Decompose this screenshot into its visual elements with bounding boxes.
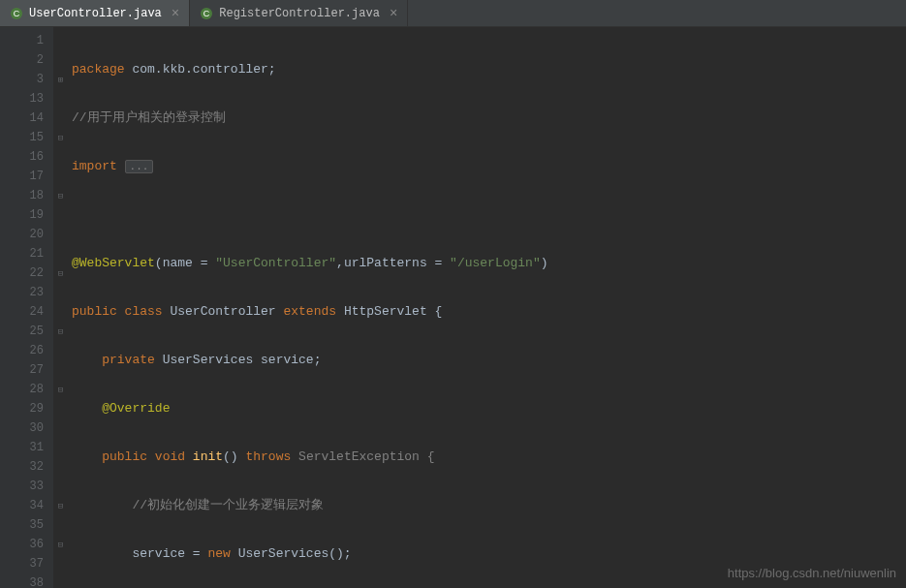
line-number: 36 <box>0 535 53 554</box>
fold-toggle-icon[interactable]: ⊟ <box>53 496 68 515</box>
line-number: 13 <box>0 89 53 108</box>
line-number: 21 <box>0 244 53 263</box>
fold-gutter: ⊞ ⊟ ⊟ ⊟ ⊟ ⊟ ⊟ ⊟ <box>53 27 68 588</box>
line-number: 33 <box>0 477 53 496</box>
line-number: 35 <box>0 515 53 535</box>
line-number: 24 <box>0 302 53 322</box>
editor-tabs: C UserController.java × C RegisterContro… <box>0 0 906 27</box>
line-number: 1 <box>0 31 53 50</box>
line-number: 20 <box>0 225 53 244</box>
fold-toggle-icon[interactable]: ⊟ <box>53 186 68 205</box>
java-class-icon: C <box>200 7 213 20</box>
fold-toggle-icon[interactable]: ⊟ <box>53 263 68 283</box>
line-number: 26 <box>0 341 53 360</box>
watermark-text: https://blog.csdn.net/niuwenlin <box>728 566 896 580</box>
line-number: 23 <box>0 283 53 302</box>
line-number: 18 <box>0 186 53 205</box>
tab-label: UserController.java <box>29 7 162 20</box>
line-number: 30 <box>0 418 53 438</box>
line-number: 14 <box>0 108 53 128</box>
line-number: 19 <box>0 205 53 225</box>
line-number-gutter: 1 2 3 13 14 15 16 17 18 19 20 21 22 23 2… <box>0 27 53 588</box>
line-number: 22 <box>0 263 53 283</box>
line-number: 17 <box>0 167 53 186</box>
tab-label: RegisterController.java <box>219 7 380 20</box>
line-number: 34 <box>0 496 53 515</box>
tab-registercontroller[interactable]: C RegisterController.java × <box>190 0 408 26</box>
fold-toggle-icon[interactable]: ⊟ <box>53 380 68 399</box>
svg-text:C: C <box>203 9 210 18</box>
svg-text:C: C <box>14 9 20 18</box>
line-number: 28 <box>0 380 53 399</box>
fold-toggle-icon[interactable]: ⊟ <box>53 535 68 554</box>
code-area[interactable]: package com.kkb.controller; //用于用户相关的登录控… <box>68 27 906 588</box>
line-number: 27 <box>0 360 53 380</box>
line-number: 32 <box>0 457 53 477</box>
fold-toggle-icon[interactable]: ⊞ <box>53 70 68 89</box>
line-number: 16 <box>0 147 53 167</box>
java-class-icon: C <box>10 7 23 20</box>
fold-toggle-icon[interactable]: ⊟ <box>53 322 68 341</box>
line-number: 2 <box>0 50 53 70</box>
tab-usercontroller[interactable]: C UserController.java × <box>0 0 190 26</box>
code-editor[interactable]: 1 2 3 13 14 15 16 17 18 19 20 21 22 23 2… <box>0 27 906 588</box>
line-number: 38 <box>0 573 53 588</box>
line-number: 15 <box>0 128 53 147</box>
line-number: 25 <box>0 322 53 341</box>
line-number: 31 <box>0 438 53 457</box>
close-icon[interactable]: × <box>390 6 397 21</box>
line-number: 3 <box>0 70 53 89</box>
code-fold-indicator[interactable]: ... <box>125 160 154 173</box>
close-icon[interactable]: × <box>172 6 179 21</box>
fold-toggle-icon[interactable]: ⊟ <box>53 128 68 147</box>
line-number: 29 <box>0 399 53 418</box>
line-number: 37 <box>0 554 53 573</box>
